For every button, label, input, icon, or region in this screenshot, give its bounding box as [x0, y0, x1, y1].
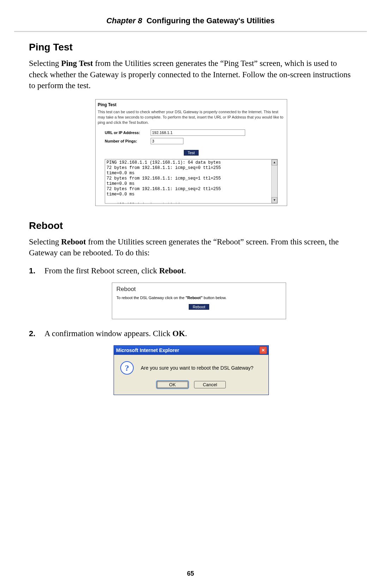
number-of-pings-input[interactable] [151, 138, 183, 144]
reboot-button[interactable]: Reboot [189, 304, 209, 310]
number-of-pings-label: Number of Pings: [105, 139, 151, 143]
page-number: 65 [0, 570, 381, 577]
close-icon[interactable]: ✕ [259, 346, 267, 354]
reboot-panel: Reboot To reboot the DSL Gateway click o… [112, 283, 286, 319]
chapter-label: Chapter 8 [106, 16, 142, 25]
dialog-title: Microsoft Internet Explorer [116, 347, 179, 353]
scroll-up-icon[interactable]: ▲ [272, 159, 277, 165]
ping-output-scrollbar[interactable]: ▲ ▼ [271, 159, 277, 203]
cancel-button[interactable]: Cancel [194, 381, 226, 388]
question-icon: ? [120, 361, 134, 375]
ping-output-textarea[interactable]: PING 192.168.1.1 (192.168.1.1): 64 data … [105, 159, 278, 204]
ping-panel-title: Ping Test [98, 102, 285, 107]
reboot-heading: Reboot [29, 220, 353, 231]
test-button[interactable]: Test [184, 150, 199, 156]
step-1: 1. From the first Reboot screen, click R… [29, 266, 353, 275]
header-divider [14, 31, 367, 32]
ping-test-heading: Ping Test [29, 42, 353, 53]
ping-test-panel: Ping Test This test can be used to check… [95, 99, 287, 206]
step-2: 2. A confirmation window appears. Click … [29, 329, 353, 338]
url-or-ip-input[interactable] [151, 129, 245, 136]
reboot-panel-title: Reboot [116, 286, 284, 293]
chapter-title: Configuring the Gateway's Utilities [146, 16, 274, 25]
ok-button[interactable]: OK [157, 381, 188, 388]
reboot-paragraph: Selecting Reboot from the Utilities scre… [29, 236, 353, 259]
confirmation-dialog: Microsoft Internet Explorer ✕ ? Are you … [114, 345, 269, 395]
dialog-titlebar[interactable]: Microsoft Internet Explorer ✕ [114, 346, 268, 355]
chapter-header: Chapter 8 Configuring the Gateway's Util… [0, 16, 381, 25]
scroll-down-icon[interactable]: ▼ [272, 197, 277, 203]
reboot-panel-description: To reboot the DSL Gateway click on the "… [116, 296, 284, 300]
dialog-message: Are you sure you want to reboot the DSL … [141, 365, 253, 371]
ping-test-paragraph: Selecting Ping Test from the Utilities s… [29, 58, 353, 91]
url-or-ip-label: URL or IP Address: [105, 131, 151, 135]
ping-panel-description: This test can be used to check whether y… [98, 109, 285, 125]
